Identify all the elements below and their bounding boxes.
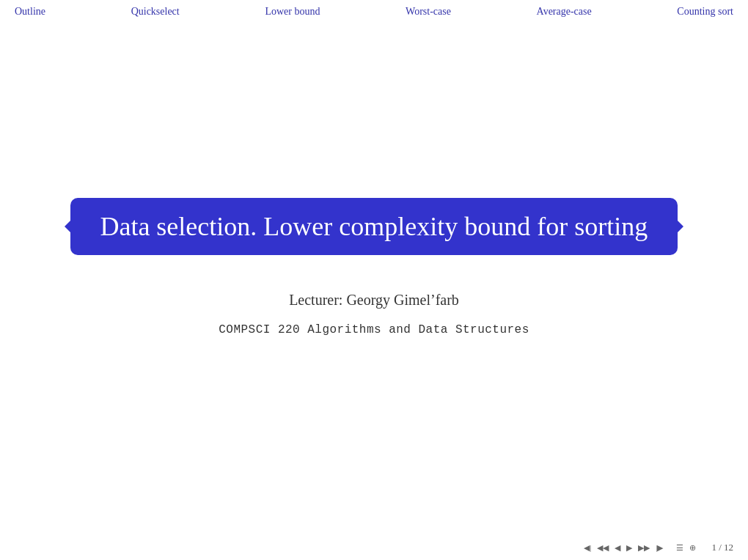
nav-first-button[interactable]: ◀|	[582, 542, 593, 553]
nav-prev-section-button[interactable]: ◀◀	[595, 542, 611, 553]
nav-last-button[interactable]: |▶	[653, 542, 665, 553]
title-box: Data selection. Lower complexity bound f…	[70, 198, 677, 255]
nav-item-quickselect[interactable]: Quickselect	[131, 6, 180, 18]
bottom-bar: ◀| ◀◀ ◀ ▶ ▶▶ |▶ ☰ ⊕ 1 / 12	[0, 541, 748, 554]
course-name: COMPSCI 220 Algorithms and Data Structur…	[219, 323, 529, 336]
nav-toc-button[interactable]: ☰	[674, 542, 686, 553]
slide-content: Data selection. Lower complexity bound f…	[0, 23, 748, 510]
lecturer-name: Lecturer: Georgy Gimel’farb	[289, 292, 459, 309]
nav-item-outline[interactable]: Outline	[15, 6, 45, 18]
nav-item-average-case[interactable]: Average-case	[537, 6, 592, 18]
slide-title: Data selection. Lower complexity bound f…	[100, 211, 648, 242]
nav-next-section-button[interactable]: ▶▶	[636, 542, 652, 553]
nav-item-worst-case[interactable]: Worst-case	[406, 6, 451, 18]
nav-bar: Outline Quickselect Lower bound Worst-ca…	[0, 0, 748, 23]
nav-item-counting-sort[interactable]: Counting sort	[677, 6, 733, 18]
nav-zoom-button[interactable]: ⊕	[687, 542, 698, 553]
nav-item-lower-bound[interactable]: Lower bound	[265, 6, 320, 18]
nav-next-button[interactable]: ▶	[624, 542, 634, 553]
nav-prev-button[interactable]: ◀	[612, 542, 623, 553]
slide-nav-controls: ◀| ◀◀ ◀ ▶ ▶▶ |▶ ☰ ⊕	[582, 541, 698, 554]
page-number: 1 / 12	[711, 542, 733, 553]
